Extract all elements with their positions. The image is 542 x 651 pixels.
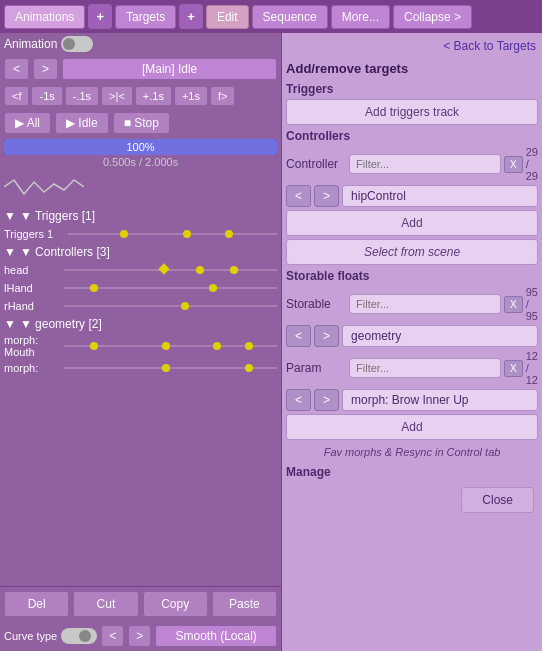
- curve-prev-btn[interactable]: <: [101, 625, 124, 647]
- wave-svg: [4, 172, 84, 202]
- play-idle-btn[interactable]: ▶ Idle: [55, 112, 109, 134]
- triggers-triangle-icon: ▼: [4, 209, 16, 223]
- lhand-keyframe-2: [209, 284, 217, 292]
- controller-next-btn[interactable]: >: [314, 185, 339, 207]
- stop-btn[interactable]: ■ Stop: [113, 112, 170, 134]
- ctrl-minus1s-btn[interactable]: -1s: [31, 86, 62, 106]
- more-btn[interactable]: More...: [331, 5, 390, 29]
- rhand-track-row: rHand: [0, 297, 281, 315]
- param-filter-count: 12 / 12: [526, 350, 538, 386]
- curve-toggle[interactable]: [61, 628, 97, 644]
- curve-type-label: Curve type: [4, 630, 57, 642]
- select-from-scene-btn[interactable]: Select from scene: [286, 239, 538, 265]
- storable-next-btn[interactable]: >: [314, 325, 339, 347]
- morph-mouth-label: morph: Mouth: [4, 334, 64, 358]
- timeline-area: ▼ ▼ Triggers [1] Triggers 1 ▼ ▼ Controll…: [0, 170, 281, 586]
- storable-filter-clear[interactable]: X: [504, 296, 523, 313]
- back-link[interactable]: < Back to Targets: [286, 37, 538, 55]
- curve-next-btn[interactable]: >: [128, 625, 151, 647]
- content-area: Animation < > [Main] Idle <f -1s -.1s >|…: [0, 33, 542, 651]
- progress-area: 100% 0.500s / 2.000s: [0, 137, 281, 170]
- morph-mouth-kf-4: [245, 342, 253, 350]
- param-next-btn[interactable]: >: [314, 389, 339, 411]
- progress-fill: 100%: [4, 139, 277, 155]
- triggers-section-title: Triggers: [286, 82, 538, 96]
- add-triggers-btn[interactable]: Add triggers track: [286, 99, 538, 125]
- timeline-controls-row: <f -1s -.1s >|< +.1s +1s f>: [0, 83, 281, 109]
- controllers-section-title: Controllers: [286, 129, 538, 143]
- add-storable-btn[interactable]: Add: [286, 414, 538, 440]
- edit-tab[interactable]: Edit: [206, 5, 249, 29]
- param-prev-btn[interactable]: <: [286, 389, 311, 411]
- param-value-display: morph: Brow Inner Up: [342, 389, 538, 411]
- storable-filter-count: 95 / 95: [526, 286, 538, 322]
- ctrl-f2-btn[interactable]: f>: [210, 86, 235, 106]
- left-panel: Animation < > [Main] Idle <f -1s -.1s >|…: [0, 33, 282, 651]
- play-all-btn[interactable]: ▶ All: [4, 112, 51, 134]
- storable-value-display: geometry: [342, 325, 538, 347]
- sequence-tab[interactable]: Sequence: [252, 5, 328, 29]
- storable-prev-btn[interactable]: <: [286, 325, 311, 347]
- controller-filter-input[interactable]: [349, 154, 501, 174]
- add-remove-title: Add/remove targets: [286, 59, 538, 78]
- controller-prev-btn[interactable]: <: [286, 185, 311, 207]
- storable-filter-row: Storable X 95 / 95: [286, 286, 538, 322]
- storable-floats-title: Storable floats: [286, 269, 538, 283]
- morph-kf-1: [162, 364, 170, 372]
- anim-prev-btn[interactable]: <: [4, 58, 29, 80]
- close-btn[interactable]: Close: [461, 487, 534, 513]
- anim-next-btn[interactable]: >: [33, 58, 58, 80]
- ctrl-minus01s-btn[interactable]: -.1s: [65, 86, 99, 106]
- morph-mouth-kf-2: [162, 342, 170, 350]
- keyframe-dot-3: [225, 230, 233, 238]
- storable-label: Storable: [286, 297, 346, 311]
- head-keyframe-3: [230, 266, 238, 274]
- head-keyframe-2: [196, 266, 204, 274]
- keyframe-dot-2: [183, 230, 191, 238]
- ctrl-f-btn[interactable]: <f: [4, 86, 29, 106]
- lhand-track-label: lHand: [4, 282, 64, 294]
- top-nav: Animations + Targets + Edit Sequence Mor…: [0, 0, 542, 33]
- close-row: Close: [286, 483, 538, 517]
- animations-tab[interactable]: Animations: [4, 5, 85, 29]
- del-btn[interactable]: Del: [4, 591, 69, 617]
- controller-filter-clear[interactable]: X: [504, 156, 523, 173]
- triggers-header-label: ▼ Triggers [1]: [20, 209, 95, 223]
- collapse-btn[interactable]: Collapse >: [393, 5, 472, 29]
- add-animations-btn[interactable]: +: [88, 4, 112, 29]
- curve-value-display: Smooth (Local): [155, 625, 277, 647]
- triggers-section: Triggers Add triggers track: [286, 82, 538, 125]
- head-keyframe-1: [158, 263, 169, 274]
- targets-tab[interactable]: Targets: [115, 5, 176, 29]
- controllers-section-header[interactable]: ▼ ▼ Controllers [3]: [0, 243, 281, 261]
- add-targets-btn[interactable]: +: [179, 4, 203, 29]
- lhand-track-row: lHand: [0, 279, 281, 297]
- copy-btn[interactable]: Copy: [143, 591, 208, 617]
- paste-btn[interactable]: Paste: [212, 591, 277, 617]
- triggers-section-header[interactable]: ▼ ▼ Triggers [1]: [0, 207, 281, 225]
- storable-filter-input[interactable]: [349, 294, 501, 314]
- ctrl-goto-btn[interactable]: >|<: [101, 86, 133, 106]
- add-controller-btn[interactable]: Add: [286, 210, 538, 236]
- controllers-triangle-icon: ▼: [4, 245, 16, 259]
- morph-track-row: morph:: [0, 359, 281, 377]
- cut-btn[interactable]: Cut: [73, 591, 138, 617]
- param-filter-row: Param X 12 / 12: [286, 350, 538, 386]
- main-anim-label: [Main] Idle: [62, 58, 277, 80]
- geometry-section-header[interactable]: ▼ ▼ geometry [2]: [0, 315, 281, 333]
- progress-bar[interactable]: 100%: [4, 139, 277, 155]
- lhand-keyframe-1: [90, 284, 98, 292]
- head-track-label: head: [4, 264, 64, 276]
- param-filter-input[interactable]: [349, 358, 501, 378]
- animation-toggle[interactable]: [61, 36, 93, 52]
- wave-display: [0, 170, 281, 207]
- ctrl-plus1s-btn[interactable]: +1s: [174, 86, 208, 106]
- ctrl-plus01s-btn[interactable]: +.1s: [135, 86, 172, 106]
- manage-section: Manage: [286, 465, 538, 479]
- controllers-header-label: ▼ Controllers [3]: [20, 245, 110, 259]
- fav-text: Fav morphs & Resync in Control tab: [286, 443, 538, 461]
- param-filter-clear[interactable]: X: [504, 360, 523, 377]
- triggers-track-label: Triggers 1: [4, 228, 64, 240]
- param-label: Param: [286, 361, 346, 375]
- storable-floats-section: Storable floats Storable X 95 / 95 < > g…: [286, 269, 538, 461]
